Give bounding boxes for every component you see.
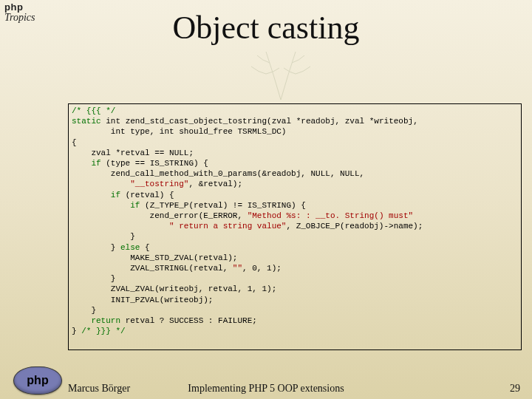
code-t: Z_OBJCE_P(readobj)->name); — [296, 222, 423, 231]
code-t: ); — [233, 180, 242, 188]
code-t: return — [72, 316, 126, 325]
code-t: retval — [203, 180, 233, 188]
code-t: } — [72, 232, 135, 241]
code-t: /* }}} */ — [81, 327, 125, 335]
code-t: FAILURE; — [218, 316, 257, 325]
code-t: , — [286, 222, 296, 231]
code-t: } — [72, 274, 115, 283]
code-t: ? — [160, 316, 169, 325]
code-t: "Method %s: : __to. String() must" — [248, 211, 413, 220]
code-line: /* {{{ */ — [72, 106, 115, 115]
code-t: zend_call_method_with_0_params — [72, 169, 257, 178]
code-t: if — [72, 191, 126, 200]
code-t: readobj — [301, 117, 335, 126]
footer-page: 29 — [510, 383, 520, 395]
slide: php Tropics Object casting /* {{{ */ sta… — [0, 0, 532, 399]
code-t: == — [135, 159, 150, 168]
code-t: int — [72, 127, 130, 136]
code-t: TSRMLS_DC) — [237, 127, 286, 136]
code-t: , — [413, 117, 418, 126]
code-t: if — [72, 159, 106, 168]
code-t: { — [72, 138, 77, 147]
code-t: int — [101, 117, 126, 126]
code-t: { — [145, 243, 150, 252]
code-t: , — [237, 211, 247, 220]
code-t: (type — [106, 159, 135, 168]
code-t: if — [72, 201, 145, 210]
code-t: } — [72, 306, 96, 315]
code-t: SUCCESS — [169, 316, 208, 325]
code-t: , 0, 1); — [242, 264, 282, 273]
code-t: ZVAL_STRINGL(retval, — [72, 264, 233, 273]
footer-subject: Implementing PHP 5 OOP extensions — [0, 383, 532, 395]
code-t: } — [72, 243, 120, 252]
code-t: retval — [126, 316, 160, 325]
code-t: else — [120, 243, 145, 252]
code-t: static — [72, 117, 101, 126]
code-t: "" — [233, 264, 242, 273]
code-t: } — [72, 327, 81, 335]
code-t: ZVAL_ZVAL(writeobj, retval, 1, 1); — [72, 284, 276, 293]
code-t: zval — [72, 149, 115, 157]
code-t: "__tostring" — [72, 180, 188, 188]
code-block: /* {{{ */ static int zend_std_cast_objec… — [68, 103, 522, 350]
code-t: zend_std_cast_object_tostring(zval — [126, 117, 296, 126]
code-t: IS_STRING) { — [150, 159, 208, 168]
code-t: NULL; — [169, 149, 194, 157]
fern-decoration — [222, 44, 340, 103]
code-t: E_ERROR — [203, 211, 237, 220]
code-t: : — [208, 316, 218, 325]
code-t: MAKE_STD_ZVAL(retval); — [72, 253, 237, 262]
code-t: type — [130, 127, 149, 136]
code-t: retval — [120, 149, 154, 157]
code-t: , — [335, 117, 345, 126]
code-t: INIT_PZVAL(writeobj); — [72, 296, 213, 304]
code-t: , NULL, NULL, — [301, 169, 364, 178]
code-t: , — [188, 180, 198, 188]
slide-title: Object casting — [0, 9, 532, 47]
code-t: should_free — [179, 127, 237, 136]
code-t: , int — [150, 127, 180, 136]
code-t: zend_error — [72, 211, 199, 220]
code-t: writeobj — [374, 117, 413, 126]
code-t: == — [154, 149, 169, 157]
code-t: (Z_TYPE_P(retval) != IS_STRING) { — [145, 201, 306, 210]
code-t: readobj — [267, 169, 301, 178]
code-t: zval — [345, 117, 369, 126]
code-t: " return a string value" — [72, 222, 286, 231]
code-t: (retval) { — [126, 191, 174, 200]
